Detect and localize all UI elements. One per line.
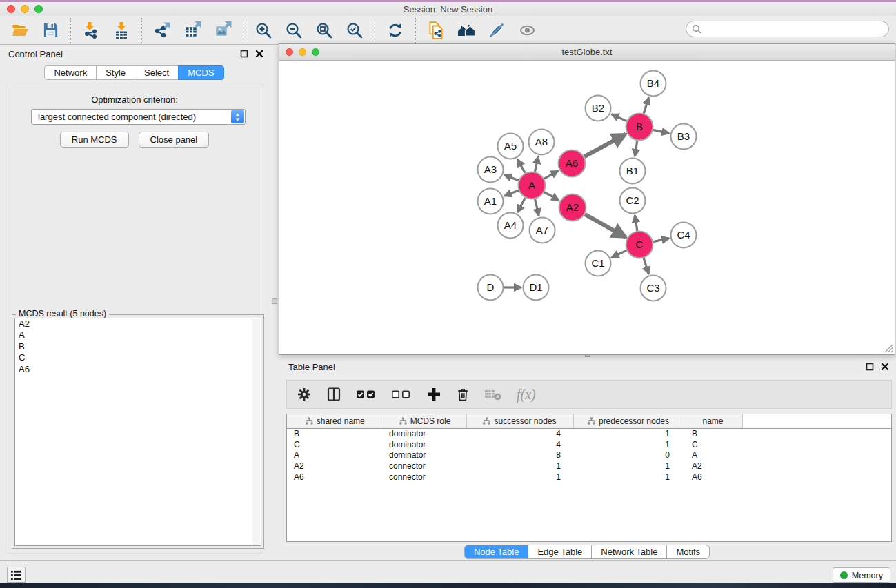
table-options-button[interactable]: [297, 387, 312, 402]
zoom-in-button[interactable]: [252, 19, 275, 41]
import-network-button[interactable]: [79, 19, 103, 41]
tab-select[interactable]: Select: [135, 65, 179, 80]
graph-edge-A-A3[interactable]: [504, 175, 519, 181]
home-button[interactable]: [455, 19, 478, 41]
list-scrollbar[interactable]: [252, 319, 260, 545]
graph-node-B3[interactable]: B3: [671, 124, 697, 150]
run-mcds-button[interactable]: Run MCDS: [60, 132, 129, 148]
clone-network-button[interactable]: [424, 19, 448, 41]
graph-node-D[interactable]: D: [478, 275, 504, 301]
tab-edge-table[interactable]: Edge Table: [528, 545, 592, 559]
search-input[interactable]: [686, 21, 889, 37]
refresh-network-button[interactable]: [384, 19, 407, 41]
graph-edge-A-A7[interactable]: [535, 199, 539, 216]
close-table-panel-icon[interactable]: [881, 363, 889, 371]
graph-node-C2[interactable]: C2: [620, 188, 646, 214]
graph-node-A8[interactable]: A8: [529, 130, 555, 155]
column-header-MCDS-role[interactable]: MCDS role: [384, 414, 466, 428]
network-canvas[interactable]: AA1A2A3A4A5A6A7A8BB1B2B3B4CC1C2C3C4DD1: [279, 61, 895, 354]
graph-node-B[interactable]: B: [626, 114, 653, 141]
graph-edge-A-A1[interactable]: [504, 190, 519, 196]
zoom-selected-button[interactable]: [343, 19, 366, 41]
graph-node-A6[interactable]: A6: [559, 150, 586, 177]
graph-node-A5[interactable]: A5: [498, 134, 524, 159]
delete-column-button[interactable]: [456, 387, 470, 402]
graph-edge-B-B2[interactable]: [612, 114, 627, 121]
select-all-button[interactable]: [356, 389, 377, 400]
network-window-titlebar[interactable]: testGlobe.txt: [279, 44, 895, 61]
graph-node-C4[interactable]: C4: [671, 223, 697, 248]
table-row[interactable]: Adominator80A: [287, 449, 891, 460]
graph-node-B4[interactable]: B4: [641, 71, 666, 97]
graph-edge-C-C2[interactable]: [635, 215, 637, 231]
graph-edge-C-C4[interactable]: [653, 239, 669, 242]
graph-node-A4[interactable]: A4: [498, 213, 524, 239]
task-history-button[interactable]: [7, 567, 26, 583]
import-table-button[interactable]: [110, 19, 133, 41]
graph-node-A7[interactable]: A7: [530, 218, 555, 243]
export-network-button[interactable]: [150, 19, 174, 41]
table-row[interactable]: A6connector11A6: [287, 472, 891, 483]
show-column-button[interactable]: [326, 387, 341, 402]
close-panel-icon[interactable]: [255, 50, 263, 58]
graph-node-B1[interactable]: B1: [620, 159, 646, 184]
table-row[interactable]: Bdominator41B: [287, 428, 891, 439]
graph-edge-A-A8[interactable]: [535, 156, 538, 172]
panel-divider-grip[interactable]: [272, 298, 277, 304]
criterion-select[interactable]: largest connected component (directed): [31, 109, 246, 125]
graph-edge-B-B1[interactable]: [635, 141, 637, 156]
graph-edge-A-A2[interactable]: [544, 192, 559, 200]
tab-motifs[interactable]: Motifs: [666, 545, 710, 559]
float-table-panel-icon[interactable]: [866, 363, 874, 371]
table-row[interactable]: A2connector11A2: [287, 460, 891, 472]
hide-graphics-details-button[interactable]: [485, 19, 508, 41]
graph-edge-B-B3[interactable]: [653, 130, 669, 133]
export-table-button[interactable]: [181, 19, 204, 41]
graph-edge-A-A4[interactable]: [517, 198, 525, 212]
graph-edge-A-A5[interactable]: [517, 159, 525, 173]
export-image-button[interactable]: [211, 19, 235, 41]
tab-mcds[interactable]: MCDS: [178, 65, 223, 80]
zoom-out-button[interactable]: [282, 19, 306, 41]
result-list-item[interactable]: B: [15, 341, 261, 352]
add-column-button[interactable]: [426, 387, 441, 402]
result-list-item[interactable]: A2: [15, 318, 261, 330]
column-header-successor-nodes[interactable]: successor nodes: [466, 414, 573, 428]
show-graphics-details-button[interactable]: [515, 19, 539, 41]
column-header-name[interactable]: name: [684, 414, 742, 428]
graph-edge-B-B4[interactable]: [644, 97, 648, 113]
graph-node-D1[interactable]: D1: [524, 275, 549, 301]
graph-node-A[interactable]: A: [519, 172, 546, 199]
graph-node-C1[interactable]: C1: [586, 251, 611, 276]
close-panel-button[interactable]: Close panel: [139, 132, 210, 148]
graph-node-B2[interactable]: B2: [586, 96, 611, 121]
open-session-button[interactable]: [8, 19, 32, 41]
zoom-fit-button[interactable]: [312, 19, 336, 41]
graph-edge-A-A6[interactable]: [544, 171, 558, 179]
graph-edge-A2-C[interactable]: [585, 214, 626, 237]
tab-network[interactable]: Network: [44, 65, 97, 80]
result-list-item[interactable]: A: [15, 330, 261, 341]
float-panel-icon[interactable]: [240, 50, 248, 58]
graph-node-C3[interactable]: C3: [641, 276, 666, 301]
graph-node-A2[interactable]: A2: [559, 194, 586, 221]
graph-node-A3[interactable]: A3: [478, 157, 504, 183]
window-resize-grip[interactable]: [884, 344, 893, 353]
tab-node-table[interactable]: Node Table: [464, 545, 529, 559]
deselect-all-button[interactable]: [391, 389, 412, 400]
result-list-item[interactable]: A6: [15, 364, 261, 375]
column-header-shared-name[interactable]: shared name: [287, 414, 384, 428]
tab-style[interactable]: Style: [96, 65, 135, 80]
tab-network-table[interactable]: Network Table: [591, 545, 667, 559]
save-session-button[interactable]: [39, 19, 62, 41]
graph-edge-A6-B[interactable]: [584, 134, 626, 157]
table-row[interactable]: Cdominator41C: [287, 439, 891, 450]
graph-node-A1[interactable]: A1: [478, 189, 504, 214]
memory-button[interactable]: Memory: [833, 567, 890, 583]
mcds-result-list[interactable]: A2ABCA6: [14, 318, 261, 546]
graph-edge-C-C1[interactable]: [612, 250, 627, 257]
graph-edge-C-C3[interactable]: [644, 258, 648, 274]
column-header-predecessor-nodes[interactable]: predecessor nodes: [573, 414, 684, 428]
result-list-item[interactable]: C: [15, 352, 261, 363]
graph-node-C[interactable]: C: [626, 232, 653, 258]
